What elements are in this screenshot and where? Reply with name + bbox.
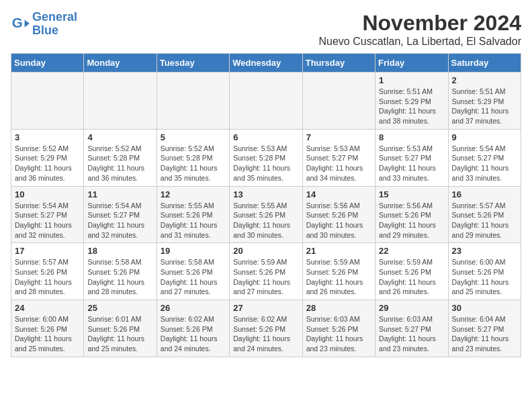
day-info: Sunrise: 5:51 AM Sunset: 5:29 PM Dayligh… — [379, 87, 444, 126]
location-subtitle: Nuevo Cuscatlan, La Libertad, El Salvado… — [318, 36, 521, 48]
day-info: Sunrise: 5:56 AM Sunset: 5:26 PM Dayligh… — [306, 201, 371, 240]
day-number: 12 — [161, 189, 226, 199]
col-wednesday: Wednesday — [230, 54, 302, 73]
calendar-cell: 15Sunrise: 5:56 AM Sunset: 5:26 PM Dayli… — [375, 186, 448, 243]
day-number: 21 — [306, 246, 371, 256]
day-info: Sunrise: 6:02 AM Sunset: 5:26 PM Dayligh… — [161, 314, 226, 354]
col-thursday: Thursday — [302, 54, 375, 73]
day-info: Sunrise: 6:00 AM Sunset: 5:26 PM Dayligh… — [452, 257, 517, 297]
day-info: Sunrise: 5:51 AM Sunset: 5:29 PM Dayligh… — [452, 87, 517, 126]
calendar-cell: 8Sunrise: 5:53 AM Sunset: 5:27 PM Daylig… — [375, 129, 448, 186]
calendar-cell: 1Sunrise: 5:51 AM Sunset: 5:29 PM Daylig… — [375, 73, 448, 130]
day-info: Sunrise: 5:54 AM Sunset: 5:27 PM Dayligh… — [452, 144, 517, 183]
calendar-cell: 22Sunrise: 5:59 AM Sunset: 5:26 PM Dayli… — [375, 243, 448, 300]
calendar-cell: 10Sunrise: 5:54 AM Sunset: 5:27 PM Dayli… — [11, 186, 84, 243]
page-header: G General Blue November 2024 Nuevo Cusca… — [11, 11, 521, 48]
calendar-week-4: 17Sunrise: 5:57 AM Sunset: 5:26 PM Dayli… — [11, 243, 521, 300]
day-number: 26 — [161, 303, 226, 313]
day-info: Sunrise: 6:01 AM Sunset: 5:26 PM Dayligh… — [87, 314, 152, 354]
calendar-week-1: 1Sunrise: 5:51 AM Sunset: 5:29 PM Daylig… — [11, 73, 521, 130]
day-info: Sunrise: 5:52 AM Sunset: 5:28 PM Dayligh… — [87, 144, 152, 183]
calendar-cell: 21Sunrise: 5:59 AM Sunset: 5:26 PM Dayli… — [302, 243, 375, 300]
calendar-cell: 16Sunrise: 5:57 AM Sunset: 5:26 PM Dayli… — [448, 186, 521, 243]
calendar-cell — [157, 73, 229, 130]
calendar-cell: 3Sunrise: 5:52 AM Sunset: 5:29 PM Daylig… — [11, 129, 84, 186]
day-number: 24 — [15, 303, 80, 313]
day-number: 1 — [379, 75, 444, 85]
month-title: November 2024 — [318, 11, 521, 36]
day-info: Sunrise: 6:03 AM Sunset: 5:26 PM Dayligh… — [306, 314, 371, 354]
svg-marker-1 — [25, 19, 30, 27]
day-number: 30 — [452, 303, 517, 313]
day-info: Sunrise: 5:55 AM Sunset: 5:26 PM Dayligh… — [161, 201, 226, 240]
day-number: 15 — [379, 189, 444, 199]
day-number: 17 — [15, 246, 80, 256]
calendar-cell: 17Sunrise: 5:57 AM Sunset: 5:26 PM Dayli… — [11, 243, 84, 300]
logo-icon: G — [11, 15, 30, 34]
day-info: Sunrise: 5:59 AM Sunset: 5:26 PM Dayligh… — [306, 257, 371, 297]
day-info: Sunrise: 5:59 AM Sunset: 5:26 PM Dayligh… — [233, 257, 298, 297]
day-info: Sunrise: 5:56 AM Sunset: 5:26 PM Dayligh… — [379, 201, 444, 240]
col-sunday: Sunday — [11, 54, 84, 73]
day-number: 20 — [233, 246, 298, 256]
day-info: Sunrise: 5:52 AM Sunset: 5:28 PM Dayligh… — [161, 144, 226, 183]
col-monday: Monday — [84, 54, 157, 73]
header-row: Sunday Monday Tuesday Wednesday Thursday… — [11, 54, 521, 73]
day-number: 28 — [306, 303, 371, 313]
day-number: 14 — [306, 189, 371, 199]
day-info: Sunrise: 5:57 AM Sunset: 5:26 PM Dayligh… — [15, 257, 80, 297]
calendar-cell: 5Sunrise: 5:52 AM Sunset: 5:28 PM Daylig… — [157, 129, 229, 186]
calendar-week-5: 24Sunrise: 6:00 AM Sunset: 5:26 PM Dayli… — [11, 300, 521, 357]
calendar-week-3: 10Sunrise: 5:54 AM Sunset: 5:27 PM Dayli… — [11, 186, 521, 243]
calendar-header: Sunday Monday Tuesday Wednesday Thursday… — [11, 54, 521, 73]
day-number: 2 — [452, 75, 517, 85]
day-number: 9 — [452, 132, 517, 142]
calendar-table: Sunday Monday Tuesday Wednesday Thursday… — [11, 53, 521, 357]
calendar-cell: 6Sunrise: 5:53 AM Sunset: 5:28 PM Daylig… — [230, 129, 302, 186]
day-number: 4 — [87, 132, 152, 142]
calendar-cell: 26Sunrise: 6:02 AM Sunset: 5:26 PM Dayli… — [157, 300, 229, 357]
day-number: 8 — [379, 132, 444, 142]
title-block: November 2024 Nuevo Cuscatlan, La Libert… — [318, 11, 521, 48]
calendar-cell — [230, 73, 302, 130]
calendar-cell: 13Sunrise: 5:55 AM Sunset: 5:26 PM Dayli… — [230, 186, 302, 243]
day-number: 23 — [452, 246, 517, 256]
day-number: 18 — [87, 246, 152, 256]
day-info: Sunrise: 5:54 AM Sunset: 5:27 PM Dayligh… — [87, 201, 152, 240]
day-number: 29 — [379, 303, 444, 313]
day-info: Sunrise: 5:58 AM Sunset: 5:26 PM Dayligh… — [161, 257, 226, 297]
calendar-cell: 29Sunrise: 6:03 AM Sunset: 5:27 PM Dayli… — [375, 300, 448, 357]
calendar-cell: 27Sunrise: 6:02 AM Sunset: 5:26 PM Dayli… — [230, 300, 302, 357]
calendar-cell: 19Sunrise: 5:58 AM Sunset: 5:26 PM Dayli… — [157, 243, 229, 300]
day-info: Sunrise: 5:55 AM Sunset: 5:26 PM Dayligh… — [233, 201, 298, 240]
col-tuesday: Tuesday — [157, 54, 229, 73]
calendar-cell: 25Sunrise: 6:01 AM Sunset: 5:26 PM Dayli… — [84, 300, 157, 357]
day-number: 3 — [15, 132, 80, 142]
calendar-cell: 28Sunrise: 6:03 AM Sunset: 5:26 PM Dayli… — [302, 300, 375, 357]
day-info: Sunrise: 6:03 AM Sunset: 5:27 PM Dayligh… — [379, 314, 444, 354]
calendar-cell: 4Sunrise: 5:52 AM Sunset: 5:28 PM Daylig… — [84, 129, 157, 186]
day-info: Sunrise: 5:52 AM Sunset: 5:29 PM Dayligh… — [15, 144, 80, 183]
col-friday: Friday — [375, 54, 448, 73]
calendar-cell: 23Sunrise: 6:00 AM Sunset: 5:26 PM Dayli… — [448, 243, 521, 300]
day-info: Sunrise: 6:04 AM Sunset: 5:27 PM Dayligh… — [452, 314, 517, 354]
calendar-cell: 24Sunrise: 6:00 AM Sunset: 5:26 PM Dayli… — [11, 300, 84, 357]
day-number: 16 — [452, 189, 517, 199]
calendar-week-2: 3Sunrise: 5:52 AM Sunset: 5:29 PM Daylig… — [11, 129, 521, 186]
calendar-cell: 18Sunrise: 5:58 AM Sunset: 5:26 PM Dayli… — [84, 243, 157, 300]
day-number: 25 — [87, 303, 152, 313]
calendar-body: 1Sunrise: 5:51 AM Sunset: 5:29 PM Daylig… — [11, 73, 521, 357]
calendar-cell: 11Sunrise: 5:54 AM Sunset: 5:27 PM Dayli… — [84, 186, 157, 243]
day-info: Sunrise: 5:57 AM Sunset: 5:26 PM Dayligh… — [452, 201, 517, 240]
calendar-cell: 7Sunrise: 5:53 AM Sunset: 5:27 PM Daylig… — [302, 129, 375, 186]
day-number: 11 — [87, 189, 152, 199]
calendar-cell: 20Sunrise: 5:59 AM Sunset: 5:26 PM Dayli… — [230, 243, 302, 300]
calendar-cell — [302, 73, 375, 130]
calendar-cell: 30Sunrise: 6:04 AM Sunset: 5:27 PM Dayli… — [448, 300, 521, 357]
calendar-cell: 12Sunrise: 5:55 AM Sunset: 5:26 PM Dayli… — [157, 186, 229, 243]
col-saturday: Saturday — [448, 54, 521, 73]
day-info: Sunrise: 6:00 AM Sunset: 5:26 PM Dayligh… — [15, 314, 80, 354]
logo-line2: Blue — [32, 24, 58, 37]
day-number: 7 — [306, 132, 371, 142]
calendar-cell — [84, 73, 157, 130]
